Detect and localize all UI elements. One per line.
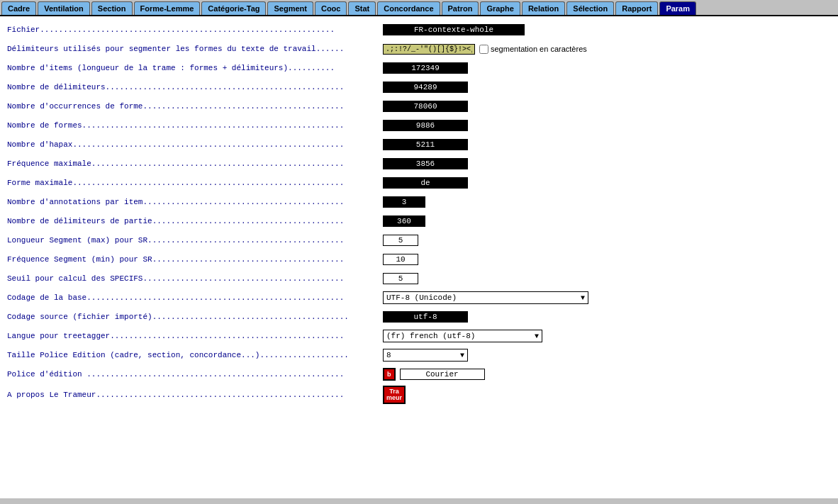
coding-dropdown[interactable]: UTF-8 (Unicode)▼ (383, 291, 588, 304)
param-value-14: UTF-8 (Unicode)▼ (383, 291, 588, 304)
police-input[interactable] (400, 369, 485, 380)
value-input-13[interactable] (383, 273, 418, 284)
param-label-15: Codage source (fichier importé).........… (7, 313, 383, 321)
param-label-17: Taille Police Edition (cadre, section, c… (7, 351, 383, 359)
tab-concordance[interactable]: Concordance (377, 1, 440, 15)
param-value-2 (383, 62, 468, 74)
param-row-0: Fichier.................................… (7, 22, 831, 38)
param-row-7: Fréquence maximale......................… (7, 156, 831, 172)
param-row-13: Seuil pour calcul des SPECIFS...........… (7, 271, 831, 286)
param-label-2: Nombre d'items (longueur de la trame : f… (7, 64, 383, 72)
value-input-4[interactable] (383, 101, 468, 112)
value-input-8[interactable] (383, 177, 468, 189)
param-row-6: Nombre d'hapax..........................… (7, 137, 831, 152)
param-value-10 (383, 215, 425, 227)
param-value-1: segmentation en caractères (383, 44, 587, 55)
value-input-15[interactable] (383, 311, 468, 323)
tab-s-lection[interactable]: Sélection (566, 1, 614, 15)
language-dropdown[interactable]: (fr) french (utf-8)▼ (383, 330, 542, 342)
police-bold-icon[interactable]: b (383, 368, 396, 381)
main-content: Fichier.................................… (0, 16, 838, 498)
value-input-12[interactable] (383, 254, 418, 265)
param-value-5 (383, 120, 468, 131)
value-input-5[interactable] (383, 120, 468, 131)
param-row-18: Police d'édition .......................… (7, 366, 831, 382)
value-input-11[interactable] (383, 235, 418, 246)
value-input-9[interactable] (383, 196, 425, 208)
param-value-0 (383, 24, 525, 35)
dropdown-arrow-icon: ▼ (581, 294, 585, 302)
tab-rapport[interactable]: Rapport (615, 1, 658, 15)
param-row-11: Longueur Segment (max) pour SR..........… (7, 233, 831, 248)
tab-cat-gorie-tag[interactable]: Catégorie-Tag (201, 1, 266, 15)
param-label-19: A propos Le Trameur.....................… (7, 391, 383, 399)
param-row-12: Fréquence Segment (min) pour SR.........… (7, 252, 831, 267)
value-input-7[interactable] (383, 158, 468, 169)
language-value: (fr) french (utf-8) (386, 332, 475, 340)
param-label-1: Délimiteurs utilisés pour segmenter les … (7, 45, 383, 53)
coding-value: UTF-8 (Unicode) (386, 293, 457, 302)
param-value-4 (383, 101, 468, 112)
param-value-17: 8▼ (383, 349, 468, 362)
param-row-19: A propos Le Trameur.....................… (7, 386, 831, 404)
param-label-5: Nombre de formes........................… (7, 121, 383, 130)
param-row-2: Nombre d'items (longueur de la trame : f… (7, 60, 831, 76)
tab-cooc[interactable]: Cooc (315, 1, 347, 15)
param-row-1: Délimiteurs utilisés pour segmenter les … (7, 41, 831, 57)
param-value-12 (383, 254, 418, 265)
tab-graphe[interactable]: Graphe (480, 1, 520, 15)
param-value-11 (383, 235, 418, 246)
tab-cadre[interactable]: Cadre (1, 1, 36, 15)
param-label-12: Fréquence Segment (min) pour SR.........… (7, 255, 383, 264)
param-value-13 (383, 273, 418, 284)
tab-segment[interactable]: Segment (267, 1, 313, 15)
param-label-10: Nombre de délimiteurs de partie.........… (7, 217, 383, 225)
param-row-14: Codage de la base.......................… (7, 290, 831, 306)
param-row-15: Codage source (fichier importé).........… (7, 309, 831, 325)
param-row-5: Nombre de formes........................… (7, 118, 831, 133)
param-value-9 (383, 196, 425, 208)
param-row-17: Taille Police Edition (cadre, section, c… (7, 347, 831, 363)
value-input-3[interactable] (383, 82, 468, 93)
param-label-11: Longueur Segment (max) pour SR..........… (7, 236, 383, 245)
param-value-8 (383, 177, 468, 189)
segmentation-checkbox-label[interactable]: segmentation en caractères (479, 45, 587, 54)
font-size-value: 8 (386, 351, 391, 359)
value-input-10[interactable] (383, 215, 425, 227)
param-label-0: Fichier.................................… (7, 26, 383, 34)
segmentation-label: segmentation en caractères (491, 45, 587, 53)
trameur-icon[interactable]: Trameur (383, 386, 406, 404)
param-value-7 (383, 158, 468, 169)
param-label-7: Fréquence maximale......................… (7, 159, 383, 168)
param-value-18: b (383, 368, 485, 381)
param-value-3 (383, 82, 468, 93)
value-input-6[interactable] (383, 139, 468, 150)
tab-relation[interactable]: Relation (522, 1, 565, 15)
tab-section[interactable]: Section (91, 1, 133, 15)
param-label-4: Nombre d'occurrences de forme...........… (7, 102, 383, 111)
param-value-16: (fr) french (utf-8)▼ (383, 330, 542, 342)
param-row-16: Langue pour treetagger..................… (7, 328, 831, 344)
params-container: Fichier.................................… (7, 22, 831, 404)
param-label-13: Seuil pour calcul des SPECIFS...........… (7, 274, 383, 283)
param-label-14: Codage de la base.......................… (7, 293, 383, 302)
param-label-8: Forme maximale..........................… (7, 179, 383, 187)
param-label-6: Nombre d'hapax..........................… (7, 140, 383, 149)
param-row-10: Nombre de délimiteurs de partie.........… (7, 213, 831, 229)
dropdown-arrow-icon: ▼ (460, 352, 464, 359)
param-row-8: Forme maximale..........................… (7, 175, 831, 191)
tab-patron[interactable]: Patron (442, 1, 479, 15)
tab-forme-lemme[interactable]: Forme-Lemme (134, 1, 201, 15)
delimiters-input[interactable] (383, 44, 475, 55)
param-value-6 (383, 139, 468, 150)
tab-stat[interactable]: Stat (348, 1, 376, 15)
param-label-9: Nombre d'annotations par item...........… (7, 198, 383, 206)
tab-param[interactable]: Param (659, 1, 696, 15)
tab-ventilation[interactable]: Ventilation (38, 1, 90, 15)
font-size-dropdown[interactable]: 8▼ (383, 349, 468, 362)
segmentation-checkbox[interactable] (479, 45, 488, 54)
param-label-16: Langue pour treetagger..................… (7, 332, 383, 340)
fichier-input[interactable] (383, 24, 525, 35)
value-input-2[interactable] (383, 62, 468, 74)
param-row-3: Nombre de délimiteurs...................… (7, 79, 831, 95)
